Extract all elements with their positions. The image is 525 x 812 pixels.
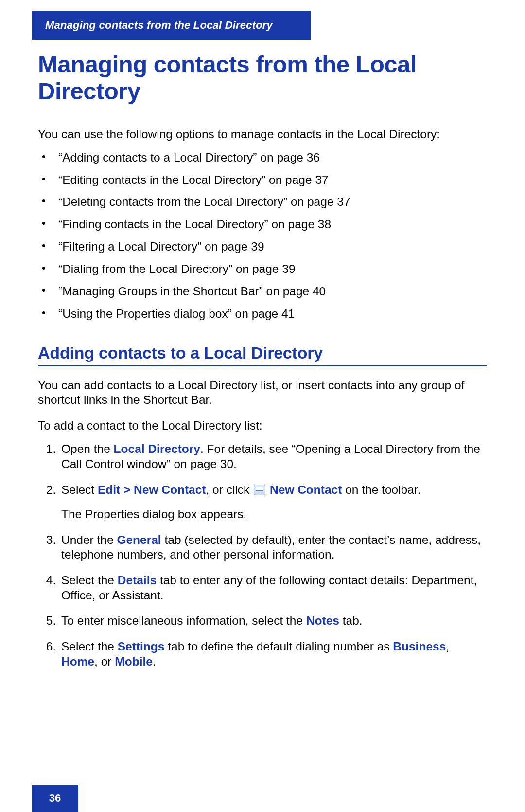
steps-list: Open the Local Directory. For details, s… bbox=[38, 442, 487, 669]
step-text: Under the bbox=[61, 533, 117, 546]
step-text: Select the bbox=[61, 574, 118, 587]
step-text: tab. bbox=[339, 614, 363, 627]
toc-list: “Adding contacts to a Local Directory” o… bbox=[38, 150, 487, 321]
content-area: Managing contacts from the Local Directo… bbox=[38, 51, 487, 680]
toc-item[interactable]: “Using the Properties dialog box” on pag… bbox=[38, 307, 487, 321]
step-item: Open the Local Directory. For details, s… bbox=[59, 442, 487, 471]
steps-lead-in: To add a contact to the Local Directory … bbox=[38, 418, 487, 433]
running-title: Managing contacts from the Local Directo… bbox=[45, 19, 273, 32]
keyword-business: Business bbox=[393, 640, 446, 653]
header-bar: Managing contacts from the Local Directo… bbox=[32, 11, 311, 40]
toc-item[interactable]: “Editing contacts in the Local Directory… bbox=[38, 173, 487, 187]
keyword-home: Home bbox=[61, 655, 94, 668]
keyword-details: Details bbox=[118, 574, 157, 587]
keyword-local-directory: Local Directory bbox=[114, 442, 200, 455]
keyword-new-contact: New Contact bbox=[270, 483, 342, 496]
step-text: , or click bbox=[206, 483, 253, 496]
toc-item[interactable]: “Finding contacts in the Local Directory… bbox=[38, 217, 487, 232]
step-text: To enter miscellaneous information, sele… bbox=[61, 614, 306, 627]
step-item: Under the General tab (selected by defau… bbox=[59, 533, 487, 562]
step-sub-text: The Properties dialog box appears. bbox=[61, 507, 487, 522]
step-item: Select the Settings tab to define the de… bbox=[59, 639, 487, 669]
new-contact-icon bbox=[254, 485, 265, 495]
step-text: on the toolbar. bbox=[342, 483, 420, 496]
page: Managing contacts from the Local Directo… bbox=[0, 0, 525, 812]
keyword-settings: Settings bbox=[118, 640, 165, 653]
step-text: Select bbox=[61, 483, 98, 496]
step-item: Select the Details tab to enter any of t… bbox=[59, 573, 487, 603]
step-text: Select the bbox=[61, 640, 118, 653]
keyword-edit-new-contact: Edit > New Contact bbox=[98, 483, 206, 496]
toc-item[interactable]: “Adding contacts to a Local Directory” o… bbox=[38, 150, 487, 165]
page-number: 36 bbox=[49, 792, 61, 805]
section-paragraph: You can add contacts to a Local Director… bbox=[38, 378, 487, 407]
step-text: , or bbox=[94, 655, 115, 668]
toc-item[interactable]: “Dialing from the Local Directory” on pa… bbox=[38, 262, 487, 276]
step-text: . bbox=[153, 655, 156, 668]
footer-page-number-bar: 36 bbox=[32, 785, 78, 812]
keyword-general: General bbox=[117, 533, 161, 546]
step-text: , bbox=[446, 640, 449, 653]
page-title: Managing contacts from the Local Directo… bbox=[38, 51, 487, 105]
toc-item[interactable]: “Managing Groups in the Shortcut Bar” on… bbox=[38, 284, 487, 299]
step-text: Open the bbox=[61, 442, 114, 455]
step-item: Select Edit > New Contact, or click New … bbox=[59, 483, 487, 522]
keyword-mobile: Mobile bbox=[115, 655, 153, 668]
step-text: tab to define the default dialing number… bbox=[164, 640, 393, 653]
keyword-notes: Notes bbox=[306, 614, 339, 627]
step-item: To enter miscellaneous information, sele… bbox=[59, 614, 487, 629]
toc-item[interactable]: “Filtering a Local Directory” on page 39 bbox=[38, 239, 487, 254]
toc-item[interactable]: “Deleting contacts from the Local Direct… bbox=[38, 195, 487, 209]
section-heading: Adding contacts to a Local Directory bbox=[38, 343, 487, 366]
intro-paragraph: You can use the following options to man… bbox=[38, 127, 487, 142]
